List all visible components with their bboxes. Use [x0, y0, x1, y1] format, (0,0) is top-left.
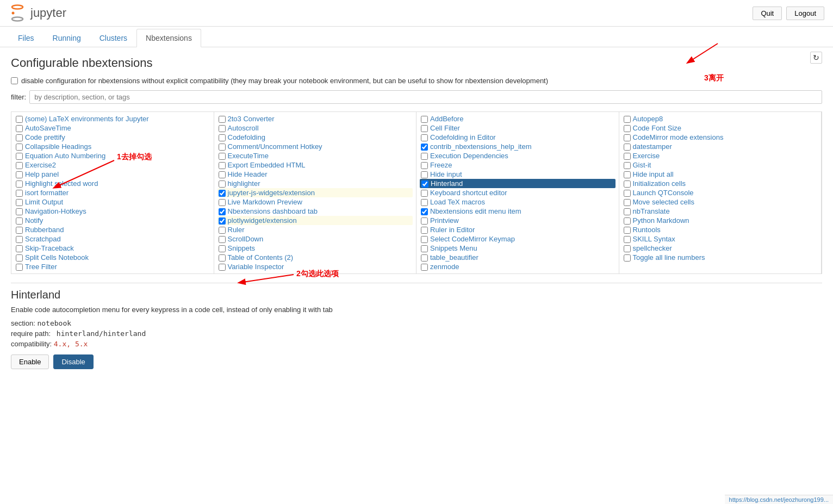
ext-checkbox[interactable]	[624, 162, 631, 169]
ext-checkbox[interactable]	[421, 171, 428, 178]
ext-checkbox[interactable]	[624, 125, 631, 132]
list-item[interactable]: datestamper	[623, 142, 818, 151]
ext-checkbox[interactable]	[219, 217, 226, 225]
ext-checkbox[interactable]	[624, 153, 631, 160]
list-item[interactable]: Snippets	[217, 244, 413, 253]
list-item[interactable]: SKILL Syntax	[623, 234, 818, 244]
list-item[interactable]: contrib_nbextensions_help_item	[420, 142, 616, 151]
list-item[interactable]: Python Markdown	[623, 216, 818, 225]
ext-checkbox[interactable]	[16, 236, 23, 243]
ext-checkbox[interactable]	[16, 181, 23, 188]
ext-checkbox[interactable]	[219, 171, 226, 178]
ext-checkbox[interactable]	[219, 190, 226, 197]
list-item[interactable]: Code Font Size	[623, 123, 818, 133]
ext-checkbox[interactable]	[624, 190, 631, 197]
list-item[interactable]: Codefolding	[217, 133, 413, 142]
list-item[interactable]: Comment/Uncomment Hotkey	[217, 142, 413, 151]
ext-checkbox[interactable]	[624, 116, 631, 123]
list-item[interactable]: Freeze	[420, 160, 616, 170]
ext-checkbox[interactable]	[16, 153, 23, 160]
ext-checkbox[interactable]	[421, 227, 428, 234]
list-item[interactable]: Variable Inspector	[217, 262, 413, 271]
list-item[interactable]: Navigation-Hotkeys	[15, 207, 210, 216]
ext-checkbox[interactable]	[421, 264, 428, 271]
list-item[interactable]: ScrollDown	[217, 234, 413, 244]
list-item[interactable]: jupyter-js-widgets/extension	[217, 188, 413, 197]
list-item[interactable]: ExecuteTime	[217, 151, 413, 160]
ext-checkbox[interactable]	[624, 217, 631, 225]
ext-checkbox[interactable]	[16, 134, 23, 141]
ext-checkbox[interactable]	[421, 134, 428, 141]
list-item[interactable]: Execution Dependencies	[420, 151, 616, 160]
quit-button[interactable]: Quit	[753, 7, 782, 20]
list-item[interactable]: Exercise2	[15, 160, 210, 170]
list-item[interactable]: Limit Output	[15, 197, 210, 207]
ext-checkbox[interactable]	[16, 245, 23, 252]
list-item[interactable]: Nbextensions edit menu item	[420, 207, 616, 216]
ext-checkbox[interactable]	[421, 208, 428, 215]
list-item[interactable]: Cell Filter	[420, 123, 616, 133]
ext-checkbox[interactable]	[624, 208, 631, 215]
list-item[interactable]: Launch QTConsole	[623, 188, 818, 197]
list-item[interactable]: Move selected cells	[623, 197, 818, 207]
list-item[interactable]: Export Embedded HTML	[217, 160, 413, 170]
list-item[interactable]: CodeMirror mode extensions	[623, 133, 818, 142]
list-item[interactable]: Live Markdown Preview	[217, 197, 413, 207]
ext-checkbox[interactable]	[219, 264, 226, 271]
ext-checkbox[interactable]	[421, 153, 428, 160]
ext-checkbox[interactable]	[421, 181, 428, 188]
list-item[interactable]: Select CodeMirror Keymap	[420, 234, 616, 244]
ext-checkbox[interactable]	[421, 236, 428, 243]
list-item[interactable]: Keyboard shortcut editor	[420, 188, 616, 197]
ext-checkbox[interactable]	[421, 162, 428, 169]
list-item[interactable]: Hide input all	[623, 170, 818, 179]
list-item[interactable]: isort formatter	[15, 188, 210, 197]
list-item[interactable]: Printview	[420, 216, 616, 225]
ext-checkbox[interactable]	[219, 236, 226, 243]
ext-checkbox[interactable]	[219, 162, 226, 169]
ext-checkbox[interactable]	[219, 144, 226, 151]
list-item[interactable]: Collapsible Headings	[15, 142, 210, 151]
list-item[interactable]: Nbextensions dashboard tab	[217, 207, 413, 216]
list-item[interactable]: Initialization cells	[623, 179, 818, 188]
ext-checkbox[interactable]	[16, 227, 23, 234]
ext-checkbox[interactable]	[219, 181, 226, 188]
ext-checkbox[interactable]	[219, 208, 226, 215]
ext-checkbox[interactable]	[16, 264, 23, 271]
disable-button[interactable]: Disable	[53, 354, 93, 369]
list-item[interactable]: Scratchpad	[15, 234, 210, 244]
ext-checkbox[interactable]	[219, 199, 226, 206]
filter-input[interactable]	[29, 90, 822, 104]
ext-checkbox[interactable]	[16, 208, 23, 215]
ext-checkbox[interactable]	[219, 245, 226, 252]
list-item[interactable]: Code prettify	[15, 133, 210, 142]
tab-files[interactable]: Files	[9, 29, 43, 47]
ext-checkbox[interactable]	[219, 254, 226, 262]
list-item[interactable]: spellchecker	[623, 244, 818, 253]
list-item[interactable]: zenmode	[420, 262, 616, 271]
ext-checkbox[interactable]	[219, 134, 226, 141]
ext-checkbox[interactable]	[421, 217, 428, 225]
ext-checkbox[interactable]	[16, 254, 23, 262]
list-item[interactable]: AutoSaveTime	[15, 123, 210, 133]
ext-checkbox[interactable]	[219, 125, 226, 132]
logout-button[interactable]: Logout	[786, 7, 824, 20]
list-item[interactable]: Autopep8	[623, 114, 818, 123]
ext-checkbox[interactable]	[624, 245, 631, 252]
ext-checkbox[interactable]	[16, 217, 23, 225]
ext-checkbox[interactable]	[16, 116, 23, 123]
list-item[interactable]: Highlight selected word	[15, 179, 210, 188]
list-item[interactable]: Ruler in Editor	[420, 225, 616, 234]
ext-checkbox[interactable]	[421, 190, 428, 197]
list-item[interactable]: Exercise	[623, 151, 818, 160]
list-item[interactable]: Table of Contents (2)	[217, 253, 413, 262]
list-item[interactable]: plotlywidget/extension	[217, 216, 413, 225]
ext-checkbox[interactable]	[421, 116, 428, 123]
list-item[interactable]: Skip-Traceback	[15, 244, 210, 253]
list-item[interactable]: Gist-it	[623, 160, 818, 170]
list-item[interactable]: Tree Filter	[15, 262, 210, 271]
ext-checkbox[interactable]	[624, 227, 631, 234]
list-item[interactable]: Autoscroll	[217, 123, 413, 133]
ext-checkbox[interactable]	[421, 144, 428, 151]
list-item[interactable]: Help panel	[15, 170, 210, 179]
